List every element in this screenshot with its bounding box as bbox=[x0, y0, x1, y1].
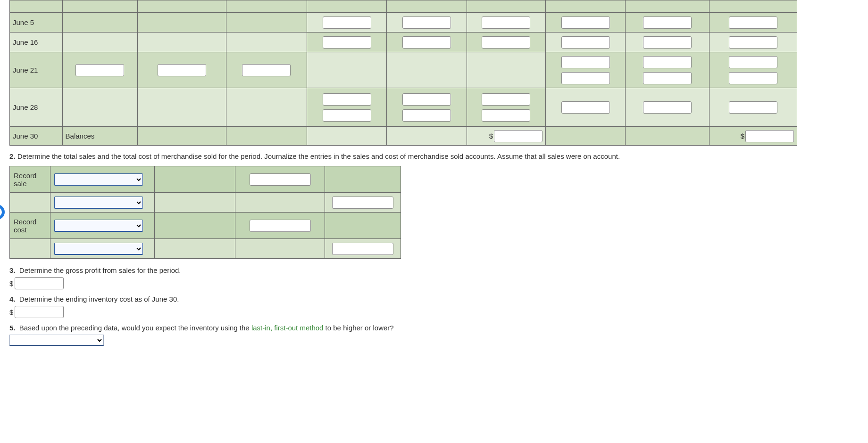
label-cell bbox=[62, 13, 137, 33]
qty-input[interactable] bbox=[323, 36, 371, 49]
input-cell bbox=[226, 52, 307, 88]
purchase-unit-input[interactable] bbox=[158, 64, 206, 76]
account-select-cell bbox=[50, 239, 155, 259]
cell-input[interactable] bbox=[734, 5, 773, 8]
account-select-cell bbox=[50, 193, 155, 213]
input-cell bbox=[467, 13, 545, 33]
inv-unit-input[interactable] bbox=[643, 16, 692, 29]
input-cell bbox=[709, 52, 797, 88]
amount-input[interactable] bbox=[332, 243, 393, 255]
q3-number: 3. bbox=[9, 266, 16, 274]
total-cost-input[interactable] bbox=[482, 16, 530, 29]
blank-cell bbox=[226, 127, 307, 146]
account-select[interactable] bbox=[54, 173, 143, 186]
amount-input[interactable] bbox=[332, 197, 393, 209]
blank-cell bbox=[137, 13, 226, 33]
input-cell bbox=[467, 88, 545, 127]
row-label: Record sale bbox=[10, 166, 50, 193]
debit-cell bbox=[235, 193, 325, 213]
dollar-sign: $ bbox=[741, 132, 744, 140]
inv-total-input[interactable] bbox=[729, 56, 777, 68]
total-cost-input[interactable] bbox=[482, 109, 530, 122]
balance-input[interactable] bbox=[494, 130, 542, 142]
amount-input[interactable] bbox=[250, 220, 311, 232]
journal-row-record-cost: Record cost bbox=[10, 213, 401, 239]
table-row: June 28 bbox=[10, 88, 797, 127]
q5-select[interactable] bbox=[9, 335, 104, 346]
unit-cost-input[interactable] bbox=[402, 109, 451, 122]
question-2: 2. Determine the total sales and the tot… bbox=[9, 151, 859, 161]
lifo-link[interactable]: last-in, first-out method bbox=[251, 324, 324, 332]
blank-cell bbox=[226, 33, 307, 52]
blank-cell bbox=[307, 127, 386, 146]
inv-total-input[interactable] bbox=[729, 72, 777, 84]
inv-qty-input[interactable] bbox=[561, 36, 610, 49]
unit-cost-input[interactable] bbox=[402, 36, 451, 49]
dollar-sign: $ bbox=[9, 279, 13, 287]
amount-input[interactable] bbox=[250, 173, 311, 186]
date-cell: June 30 bbox=[10, 127, 63, 146]
qty-input[interactable] bbox=[323, 16, 371, 29]
inv-qty-input[interactable] bbox=[561, 72, 610, 84]
qty-input[interactable] bbox=[323, 93, 371, 106]
q5-text-a: Based upon the preceding data, would you… bbox=[19, 324, 251, 332]
ending-inventory-input[interactable] bbox=[15, 306, 64, 318]
cell-input[interactable] bbox=[648, 5, 687, 8]
input-cell bbox=[467, 33, 545, 52]
input-cell bbox=[626, 88, 709, 127]
input-cell bbox=[546, 88, 626, 127]
q3-text: Determine the gross profit from sales fo… bbox=[19, 266, 181, 274]
debit-cell bbox=[235, 213, 325, 239]
input-cell bbox=[709, 88, 797, 127]
input-cell bbox=[626, 13, 709, 33]
input-cell bbox=[546, 13, 626, 33]
table-row: June 21 bbox=[10, 52, 797, 88]
blank-cell bbox=[155, 213, 235, 239]
row-label bbox=[10, 239, 50, 259]
account-select[interactable] bbox=[54, 243, 143, 255]
balance-input[interactable] bbox=[745, 130, 794, 142]
inv-total-input[interactable] bbox=[729, 36, 777, 49]
account-select[interactable] bbox=[54, 197, 143, 209]
inv-unit-input[interactable] bbox=[643, 72, 692, 84]
blank-cell bbox=[387, 127, 467, 146]
cell-input[interactable] bbox=[566, 5, 605, 8]
unit-cost-input[interactable] bbox=[402, 16, 451, 29]
credit-cell bbox=[325, 166, 401, 193]
debit-cell bbox=[235, 166, 325, 193]
q2-number: 2. bbox=[9, 152, 16, 160]
inv-unit-input[interactable] bbox=[643, 101, 692, 114]
date-cell: June 16 bbox=[10, 33, 63, 52]
blank-cell bbox=[155, 166, 235, 193]
gross-profit-input[interactable] bbox=[15, 277, 64, 289]
inv-unit-input[interactable] bbox=[643, 56, 692, 68]
account-select[interactable] bbox=[54, 220, 143, 232]
blank-cell bbox=[155, 239, 235, 259]
unit-cost-input[interactable] bbox=[402, 93, 451, 106]
table-row bbox=[10, 0, 797, 13]
purchase-total-input[interactable] bbox=[242, 64, 291, 76]
blank-cell bbox=[626, 127, 709, 146]
inv-total-input[interactable] bbox=[729, 101, 777, 114]
qty-input[interactable] bbox=[323, 109, 371, 122]
inv-unit-input[interactable] bbox=[643, 36, 692, 49]
label-cell bbox=[62, 33, 137, 52]
q2-text: Determine the total sales and the total … bbox=[17, 152, 620, 160]
total-cost-input[interactable] bbox=[482, 36, 530, 49]
purchase-qty-input[interactable] bbox=[75, 64, 124, 76]
input-cell bbox=[546, 52, 626, 88]
q3-answer-row: $ bbox=[9, 277, 859, 289]
inv-total-input[interactable] bbox=[729, 16, 777, 29]
question-5: 5. Based upon the preceding data, would … bbox=[9, 324, 859, 332]
inv-qty-input[interactable] bbox=[561, 56, 610, 68]
question-3: 3. Determine the gross profit from sales… bbox=[9, 266, 859, 274]
total-cost-input[interactable] bbox=[482, 93, 530, 106]
input-cell bbox=[546, 33, 626, 52]
question-4: 4. Determine the ending inventory cost a… bbox=[9, 295, 859, 303]
inv-qty-input[interactable] bbox=[561, 101, 610, 114]
blank-cell bbox=[137, 33, 226, 52]
date-cell: June 21 bbox=[10, 52, 63, 88]
inv-qty-input[interactable] bbox=[561, 16, 610, 29]
balance-money-cell: $ bbox=[709, 127, 797, 146]
input-cell bbox=[626, 52, 709, 88]
